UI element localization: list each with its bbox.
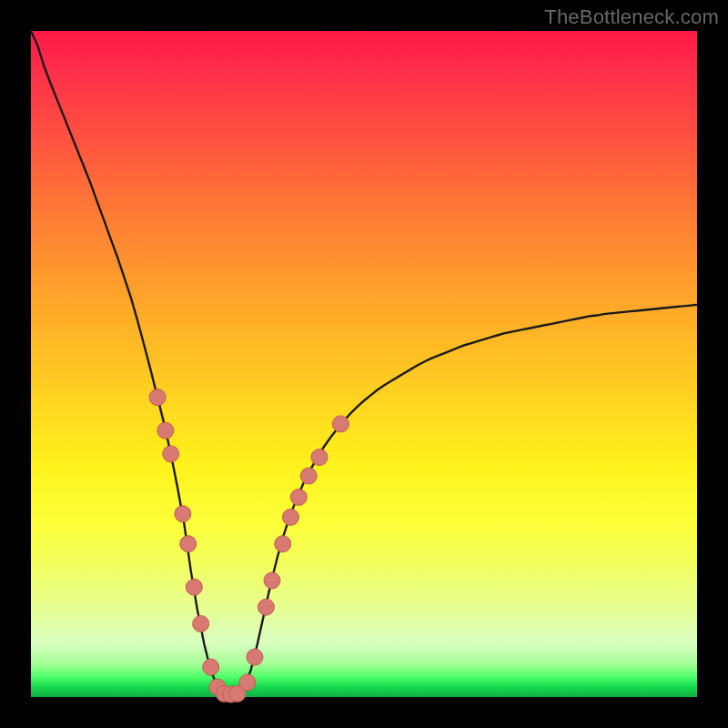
chart-frame: TheBottleneck.com [0,0,728,728]
plot-area [31,31,697,697]
data-marker [290,489,307,505]
data-markers [149,389,349,703]
data-marker [282,509,298,525]
data-marker [175,506,191,522]
bottleneck-curve [31,31,697,694]
data-marker [264,572,280,589]
data-marker [193,615,209,632]
data-marker [258,599,274,615]
data-marker [311,449,328,465]
data-marker [203,659,219,675]
curve-svg [31,31,697,697]
data-marker [149,389,166,406]
data-marker [180,536,197,552]
data-marker [300,468,317,484]
data-marker [332,416,349,432]
data-marker [186,579,202,595]
data-marker [239,674,256,691]
watermark-text: TheBottleneck.com [544,5,719,29]
data-marker [247,649,263,665]
data-marker [163,446,179,462]
data-marker [275,536,291,552]
data-marker [157,422,174,439]
